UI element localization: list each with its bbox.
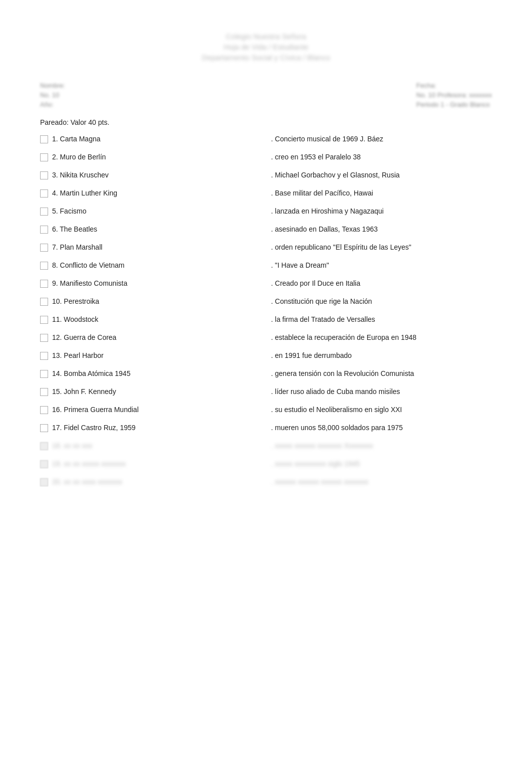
checkbox[interactable] [40,262,48,270]
checkbox[interactable] [40,370,48,378]
left-column: 1. Carta Magna2. Muro de Berlín3. Nikita… [40,134,266,495]
right-item: . líder ruso aliado de Cuba mando misile… [266,387,492,400]
right-item-label: . Constitución que rige la Nación [271,297,372,307]
section-title: Pareado: Valor 40 pts. [40,118,492,126]
right-item-label: . establece la recuperación de Europa en… [271,333,416,343]
meta-teacher-val: No. 10 Profesora: xxxxxxx [416,91,492,99]
right-item-label: . xxxxx xxxxxxxxx siglo 1945 [271,459,360,469]
left-item: 7. Plan Marshall [40,243,266,256]
checkbox[interactable] [40,316,48,324]
right-item-label: . líder ruso aliado de Cuba mando misile… [271,387,400,397]
right-item: . creo en 1953 el Paralelo 38 [266,152,492,165]
checkbox[interactable] [40,171,48,179]
right-column: . Concierto musical de 1969 J. Báez. cre… [266,134,492,495]
meta-left: Nombre: No. 10 Año: [40,82,65,108]
right-item: . "I Have a Dream" [266,261,492,274]
left-item: 19. xx xx xxxxx xxxxxxx [40,459,266,472]
right-item: . Michael Gorbachov y el Glasnost, Rusia [266,170,492,183]
left-item-label: 2. Muro de Berlín [52,152,106,162]
left-item-label: 12. Guerra de Corea [52,333,116,343]
meta-fecha-label: Fecha: [416,82,492,89]
checkbox[interactable] [40,334,48,342]
right-item: . lanzada en Hiroshima y Nagazaqui [266,207,492,220]
right-item: . orden republicano "El Espíritu de las … [266,243,492,256]
left-item-label: 10. Perestroika [52,297,99,307]
checkbox[interactable] [40,298,48,306]
left-item-label: 3. Nikita Kruschev [52,170,109,180]
right-item: . establece la recuperación de Europa en… [266,333,492,346]
left-item-label: 17. Fidel Castro Ruz, 1959 [52,423,136,433]
right-item-label: . orden republicano "El Espíritu de las … [271,243,411,253]
right-item-label: . su estudio el Neoliberalismo en siglo … [271,405,402,415]
checkbox[interactable] [40,189,48,198]
meta-section: Nombre: No. 10 Año: Fecha: No. 10 Profes… [40,82,492,108]
checkbox[interactable] [40,388,48,396]
right-item: . Concierto musical de 1969 J. Báez [266,134,492,147]
right-item: . xxxxx xxxxxxxxx siglo 1945 [266,459,492,472]
right-item-label: . genera tensión con la Revolución Comun… [271,369,414,379]
checkbox[interactable] [40,226,48,234]
right-item: . la firma del Tratado de Versalles [266,315,492,328]
right-item: . mueren unos 58,000 soldados para 1975 [266,423,492,436]
left-item-label: 8. Conflicto de Vietnam [52,261,125,271]
checkbox[interactable] [40,153,48,161]
right-item-label: . xxxxxx xxxxxx xxxxxx xxxxxxx [271,477,368,487]
checkbox[interactable] [40,478,48,486]
checkbox[interactable] [40,424,48,432]
left-item-label: 4. Martin Luther King [52,188,117,199]
header-section: Colegio Nuestra Señora Hoja de Vida / Es… [40,32,492,62]
header-line2: Hoja de Vida / Estudiante [40,43,492,51]
left-item: 18. xx xx xxx [40,441,266,454]
left-item: 4. Martin Luther King [40,188,266,202]
right-item-label: . "I Have a Dream" [271,261,329,271]
left-item-label: 11. Woodstock [52,315,98,325]
right-item: . en 1991 fue derrumbado [266,351,492,364]
meta-no-val: No. 10 [40,91,65,99]
right-item-label: . Michael Gorbachov y el Glasnost, Rusia [271,170,400,180]
right-item: . xxxxxx xxxxxx xxxxxx xxxxxxx [266,477,492,490]
left-item: 11. Woodstock [40,315,266,328]
right-item-label: . xxxxx xxxxxx xxxxxxx Xxxxxxxx [271,441,373,451]
header-line1: Colegio Nuestra Señora [40,32,492,41]
checkbox[interactable] [40,135,48,143]
right-item-label: . mueren unos 58,000 soldados para 1975 [271,423,403,433]
right-item: . Creado por Il Duce en Italia [266,279,492,292]
checkbox[interactable] [40,460,48,468]
meta-right: Fecha: No. 10 Profesora: xxxxxxx Periodo… [416,82,492,108]
left-item-label: 6. The Beatles [52,225,97,235]
left-item-label: 5. Facismo [52,207,86,217]
left-item: 8. Conflicto de Vietnam [40,261,266,274]
checkbox[interactable] [40,406,48,414]
checkbox[interactable] [40,442,48,450]
right-item: . asesinado en Dallas, Texas 1963 [266,225,492,238]
right-item-label: . Base militar del Pacífico, Hawai [271,188,373,199]
right-item: . su estudio el Neoliberalismo en siglo … [266,405,492,418]
left-item: 3. Nikita Kruschev [40,170,266,183]
meta-nombre-label: Nombre: [40,82,65,89]
checkbox[interactable] [40,352,48,360]
left-item-label: 19. xx xx xxxxx xxxxxxx [52,459,126,469]
left-item-label: 9. Manifiesto Comunista [52,279,127,289]
checkbox[interactable] [40,208,48,216]
right-item: . xxxxx xxxxxx xxxxxxx Xxxxxxxx [266,441,492,454]
left-item: 1. Carta Magna [40,134,266,147]
header-line3: Departamento Social y Cívica / Blanco [40,53,492,62]
left-item-label: 20. xx xx xxxx xxxxxxx [52,477,122,487]
left-item-label: 1. Carta Magna [52,134,101,144]
checkbox[interactable] [40,280,48,288]
left-item-label: 13. Pearl Harbor [52,351,104,361]
left-item: 20. xx xx xxxx xxxxxxx [40,477,266,490]
right-item: . Constitución que rige la Nación [266,297,492,310]
left-item: 9. Manifiesto Comunista [40,279,266,292]
right-item-label: . Concierto musical de 1969 J. Báez [271,134,383,144]
right-item-label: . creo en 1953 el Paralelo 38 [271,152,361,162]
left-item: 5. Facismo [40,207,266,220]
left-item-label: 7. Plan Marshall [52,243,102,253]
left-item: 17. Fidel Castro Ruz, 1959 [40,423,266,436]
meta-period-val: Periodo 1 - Grado Blanco [416,101,492,108]
checkbox[interactable] [40,244,48,252]
left-item: 10. Perestroika [40,297,266,310]
left-item-label: 15. John F. Kennedy [52,387,116,397]
left-item: 6. The Beatles [40,225,266,238]
left-item-label: 14. Bomba Atómica 1945 [52,369,130,379]
